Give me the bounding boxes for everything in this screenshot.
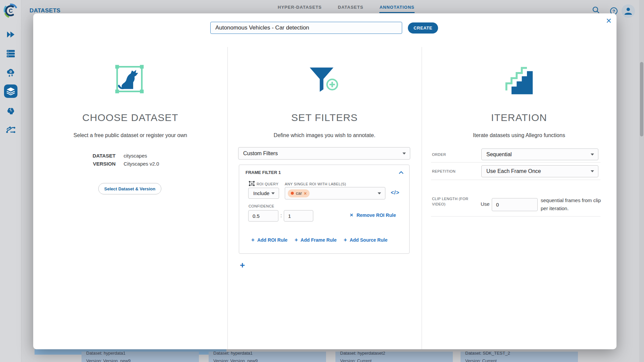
set-filters-title: SET FILTERS: [227, 112, 422, 123]
order-select[interactable]: Sequential: [481, 148, 598, 160]
getting-started-icon: [6, 31, 15, 38]
clip-length-label: CLIP LENGTH (FOR VIDEO): [432, 196, 479, 207]
dataset-card: Dataset: SDK_TEST_2 Version: Current: [461, 352, 578, 362]
create-annotation-task-dialog: CREATE × CHOOSE DATASET Select a free pu…: [33, 13, 616, 349]
filter-plus-icon: [307, 66, 341, 96]
order-label: ORDER: [432, 153, 446, 157]
tab-datasets[interactable]: DATASETS: [338, 5, 363, 13]
confidence-max-input[interactable]: [284, 210, 313, 222]
add-source-rule-button[interactable]: + Add Source Rule: [343, 237, 387, 243]
repetition-select[interactable]: Use Each Frame Once: [481, 165, 598, 177]
dataset-dog-bbox-icon: [114, 64, 145, 96]
rule-actions-row: + Add ROI Rule + Add Frame Rule + Add So…: [251, 237, 387, 243]
cloud-deploy-icon: [6, 68, 15, 77]
dataset-card: Dataset: hyperdataset2 Version: Current: [335, 352, 453, 362]
dataset-card: Dataset: hyperdata1 Version: Version_new…: [82, 352, 199, 362]
include-exclude-select[interactable]: Include: [248, 188, 279, 199]
page-scrollbar: [639, 0, 644, 362]
choose-dataset-subtitle: Select a free public dataset or register…: [33, 132, 227, 138]
confidence-min-input[interactable]: [248, 210, 278, 222]
clip-length-input[interactable]: [492, 198, 538, 211]
roi-query-label: ROI QUERY: [257, 182, 278, 186]
chevron-down-icon: [271, 192, 275, 194]
plus-icon: +: [343, 237, 347, 243]
chevron-down-icon: [378, 192, 381, 194]
tab-annotations[interactable]: ANNOTATIONS: [379, 5, 414, 13]
sidebar-item-pipelines[interactable]: [4, 123, 17, 136]
iteration-title: ITERATION: [422, 112, 616, 123]
row-divider: [431, 216, 600, 217]
chevron-down-icon: [591, 170, 594, 172]
close-icon[interactable]: ×: [603, 15, 614, 26]
plus-icon: +: [294, 237, 298, 243]
plus-icon: +: [251, 237, 255, 243]
clip-suffix-text: sequential frames from clip per iteratio…: [541, 196, 604, 213]
add-roi-rule-button[interactable]: + Add ROI Rule: [251, 237, 287, 243]
dataset-card: Dataset: hyperdata1 Version: Version_new…: [209, 352, 326, 362]
chevron-up-icon[interactable]: [398, 170, 404, 176]
tab-hyper-datasets[interactable]: HYPER-DATASETS: [278, 5, 322, 13]
set-filters-subtitle: Define which images you wish to annotate…: [227, 132, 422, 138]
add-frame-rule-button[interactable]: + Add Frame Rule: [294, 237, 336, 243]
user-avatar-icon[interactable]: [622, 4, 635, 18]
row-divider: [431, 180, 600, 180]
workers-queues-icon: [6, 50, 15, 58]
svg-text:C: C: [9, 8, 13, 14]
label-chip-car: car ×: [288, 189, 310, 197]
label-color-dot: [291, 192, 294, 195]
iteration-subtitle: Iterate datasets using Allegro functions: [422, 132, 616, 138]
left-sidebar: C: [0, 0, 21, 362]
row-divider: [431, 162, 600, 163]
create-button[interactable]: CREATE: [408, 22, 438, 34]
models-brain-icon: [6, 107, 15, 115]
version-field-row: VERSION Cityscapes v2.0: [33, 161, 227, 167]
scrollbar-thumb[interactable]: [640, 62, 643, 136]
sidebar-item-getting-started[interactable]: [4, 28, 17, 41]
chevron-down-icon: [591, 154, 594, 156]
column-divider: [422, 47, 422, 349]
chip-remove-icon[interactable]: ×: [304, 191, 307, 196]
roi-labels-multiselect[interactable]: car ×: [285, 187, 385, 199]
task-name-input[interactable]: [210, 22, 402, 34]
sidebar-item-hyperdatasets[interactable]: [4, 84, 17, 98]
sidebar-item-models[interactable]: [4, 104, 17, 117]
svg-text:?: ?: [612, 9, 615, 14]
sidebar-item-workers[interactable]: [4, 47, 17, 60]
repetition-label: REPETITION: [432, 169, 455, 173]
iteration-stairs-icon: [503, 65, 535, 97]
confidence-label: CONFIDENCE: [249, 204, 274, 208]
confidence-separator: :: [280, 213, 282, 218]
dataset-summary: DATASET cityscapes VERSION Cityscapes v2…: [33, 153, 227, 169]
roi-query-icon: [249, 181, 255, 187]
frame-filter-panel: FRAME FILTER 1 ROI QUERY ANY SINGLE ROI …: [239, 165, 410, 254]
choose-dataset-title: CHOOSE DATASET: [33, 112, 227, 123]
sidebar-item-deploy[interactable]: [4, 66, 17, 79]
clip-use-text: Use: [481, 201, 490, 207]
roi-labels-label: ANY SINGLE ROI WITH LABEL(S): [285, 182, 346, 186]
remove-x-icon: ×: [350, 212, 353, 219]
remove-roi-rule-button[interactable]: × Remove ROI Rule: [350, 212, 396, 219]
add-frame-filter-button[interactable]: +: [240, 260, 245, 270]
page-title: DATASETS: [30, 7, 60, 14]
tab-bar: HYPER-DATASETS DATASETS ANNOTATIONS: [278, 5, 415, 13]
edit-query-code-icon[interactable]: </>: [391, 190, 399, 196]
column-divider: [227, 47, 228, 349]
filters-preset-select[interactable]: Custom Filters: [238, 147, 410, 160]
chevron-down-icon: [402, 153, 406, 155]
screen: DATASETS HYPER-DATASETS DATASETS ANNOTAT…: [0, 0, 644, 362]
clearml-logo-icon[interactable]: C: [3, 3, 19, 19]
pipelines-icon: [6, 126, 15, 134]
frame-filter-title: FRAME FILTER 1: [246, 170, 281, 175]
select-dataset-version-button[interactable]: Select Dataset & Version: [98, 183, 161, 194]
dataset-field-row: DATASET cityscapes: [33, 153, 227, 159]
hyperdatasets-layers-icon: [6, 87, 15, 95]
